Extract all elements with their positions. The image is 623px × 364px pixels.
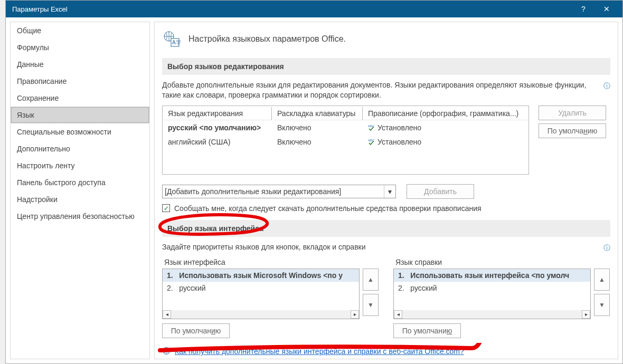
dropdown-text: [Добавить дополнительные языки редактиро… xyxy=(165,187,341,196)
sidebar-item-accessibility[interactable]: Специальные возможности xyxy=(11,123,149,140)
main-panel: A字 Настройка языковых параметров Office.… xyxy=(154,22,618,359)
window-title: Параметры Excel xyxy=(10,5,572,13)
table-row xyxy=(164,150,527,173)
sidebar-item-proofing[interactable]: Правописание xyxy=(11,73,149,90)
svg-text:A字: A字 xyxy=(172,40,181,45)
list-item[interactable]: 1. Использовать язык Microsoft Windows <… xyxy=(163,269,359,282)
move-down-button[interactable]: ▼ xyxy=(363,294,379,316)
add-language-dropdown[interactable]: [Добавить дополнительные языки редактиро… xyxy=(162,185,396,198)
col-proof: Правописание (орфография, грамматика...) xyxy=(364,107,527,120)
page-title: Настройка языковых параметров Office. xyxy=(188,34,346,44)
help-listbox[interactable]: 1. Использовать язык интерфейса <по умол… xyxy=(393,269,591,319)
sidebar-item-quick-access[interactable]: Панель быстрого доступа xyxy=(11,174,149,191)
info-icon: ⓘ xyxy=(603,243,610,253)
abc-check-icon: ABC xyxy=(368,138,377,147)
svg-text:ABC: ABC xyxy=(368,139,375,142)
chevron-down-icon: ▾ xyxy=(384,185,395,198)
titlebar[interactable]: Параметры Excel ? ✕ xyxy=(6,1,622,17)
lang-cell: русский <по умолчанию> xyxy=(164,121,272,135)
set-default-ui-button[interactable]: По умолчанию xyxy=(162,323,230,338)
notify-download-checkbox[interactable] xyxy=(162,204,170,212)
proof-cell: ABCУстановлено xyxy=(364,121,527,135)
svg-text:ABC: ABC xyxy=(368,124,375,128)
add-button[interactable]: Добавить xyxy=(407,184,474,199)
sidebar-item-formulas[interactable]: Формулы xyxy=(11,39,149,56)
sidebar-item-general[interactable]: Общие xyxy=(11,22,149,39)
table-row[interactable]: английский (США) Включено ABCУстановлено xyxy=(164,136,527,149)
scroll-left-icon[interactable]: ◂ xyxy=(394,310,402,319)
checkbox-label: Сообщать мне, когда следует скачать допо… xyxy=(174,204,482,213)
sidebar-item-language[interactable]: Язык xyxy=(11,107,149,123)
move-up-button[interactable]: ▲ xyxy=(363,269,379,291)
proof-cell: ABCУстановлено xyxy=(364,136,527,149)
layout-cell: Включено xyxy=(273,136,363,149)
sidebar-item-save[interactable]: Сохранение xyxy=(11,90,149,107)
sidebar-item-customize-ribbon[interactable]: Настроить ленту xyxy=(11,157,149,174)
help-list-title: Язык справки xyxy=(393,258,610,266)
list-item[interactable]: 2. русский xyxy=(394,282,590,294)
horizontal-scrollbar[interactable]: ◂▸ xyxy=(394,310,590,319)
section-header-ui-language: Выбор языка интерфейса xyxy=(162,220,610,237)
list-item[interactable]: 2. русский xyxy=(163,282,359,294)
scroll-right-icon[interactable]: ▸ xyxy=(351,310,359,319)
ui-description: Задайте приоритеты языков для кнопок, вк… xyxy=(162,242,599,252)
abc-check-icon: ABC xyxy=(368,123,377,132)
move-up-button[interactable]: ▲ xyxy=(594,269,610,291)
horizontal-scrollbar[interactable]: ◂▸ xyxy=(163,310,359,319)
help-button[interactable]: ? xyxy=(572,1,595,17)
options-dialog: Параметры Excel ? ✕ Общие Формулы Данные… xyxy=(5,0,623,364)
set-default-help-button[interactable]: По умолчанию xyxy=(393,323,461,338)
list-item[interactable]: 1. Использовать язык интерфейса <по умол… xyxy=(394,269,590,282)
close-button[interactable]: ✕ xyxy=(595,1,618,17)
delete-button[interactable]: Удалить xyxy=(539,106,606,120)
sidebar-item-trust-center[interactable]: Центр управления безопасностью xyxy=(11,208,149,225)
sidebar: Общие Формулы Данные Правописание Сохран… xyxy=(10,22,150,359)
lang-cell: английский (США) xyxy=(164,136,272,149)
info-icon: ⓘ xyxy=(603,81,610,91)
interface-listbox[interactable]: 1. Использовать язык Microsoft Windows <… xyxy=(162,269,360,319)
col-lang: Язык редактирования xyxy=(164,107,272,120)
sidebar-item-advanced[interactable]: Дополнительно xyxy=(11,140,149,157)
get-more-languages-link[interactable]: Как получить дополнительные языки интерф… xyxy=(175,347,464,356)
section-header-editing: Выбор языков редактирования xyxy=(162,58,610,75)
table-row[interactable]: русский <по умолчанию> Включено ABCУстан… xyxy=(164,121,527,135)
globe-language-icon: A字 xyxy=(162,30,181,49)
col-layout: Раскладка клавиатуры xyxy=(273,107,363,120)
scroll-right-icon[interactable]: ▸ xyxy=(582,310,590,319)
scroll-left-icon[interactable]: ◂ xyxy=(163,310,171,319)
move-down-button[interactable]: ▼ xyxy=(594,294,610,316)
sidebar-item-addins[interactable]: Надстройки xyxy=(11,191,149,208)
editing-language-table[interactable]: Язык редактирования Раскладка клавиатуры… xyxy=(162,106,529,175)
layout-cell: Включено xyxy=(273,121,363,135)
set-default-button[interactable]: По умолчанию xyxy=(539,123,606,138)
interface-list-title: Язык интерфейса xyxy=(162,258,379,266)
globe-icon xyxy=(162,347,171,357)
sidebar-item-data[interactable]: Данные xyxy=(11,56,149,73)
editing-description: Добавьте дополнительные языки для редакт… xyxy=(162,80,599,100)
